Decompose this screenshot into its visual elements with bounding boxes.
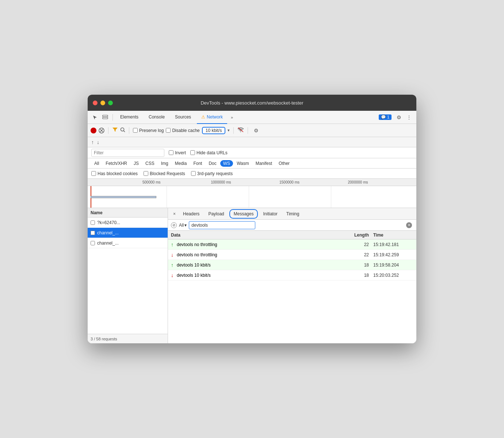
record-button[interactable] <box>91 128 96 133</box>
devtools-body: Elements Console Sources ⚠ Network » 💬 1… <box>88 111 416 343</box>
filter-doc[interactable]: Doc <box>206 160 219 167</box>
filter-icon[interactable] <box>112 127 118 133</box>
message-search-input[interactable] <box>189 221 255 229</box>
arrow-down-icon-4: ↓ <box>171 272 177 278</box>
svg-line-6 <box>124 131 125 132</box>
message-row-1[interactable]: ↑ devtools no throttling 22 15:19:42.181 <box>168 239 416 250</box>
tab-headers[interactable]: Headers <box>179 210 203 218</box>
search-icon[interactable] <box>120 127 125 133</box>
tab-elements[interactable]: Elements <box>116 111 143 124</box>
settings-icon[interactable]: ⚙ <box>394 113 403 122</box>
message-data-2: devtools no throttling <box>177 252 348 257</box>
toolbar-divider <box>112 114 113 121</box>
invert-label[interactable]: Invert <box>169 150 186 155</box>
toolbar-divider-3 <box>129 127 129 134</box>
requests-panel: Name ?k=62470... channel_... channel_... <box>88 208 168 343</box>
request-row-1[interactable]: ?k=62470... <box>88 218 168 228</box>
filter-css[interactable]: CSS <box>142 160 157 167</box>
more-tabs-button[interactable]: » <box>229 115 235 120</box>
request-row-3[interactable]: channel_... <box>88 238 168 248</box>
svg-point-7 <box>240 132 241 132</box>
has-blocked-cookies-label[interactable]: Has blocked cookies <box>91 171 138 176</box>
message-row-3[interactable]: ↑ devtools 10 kbit/s 18 15:19:58.204 <box>168 260 416 270</box>
third-party-requests-checkbox[interactable] <box>191 171 196 176</box>
message-length-1: 22 <box>348 242 373 247</box>
maximize-button[interactable] <box>108 101 113 105</box>
tab-messages[interactable]: Messages <box>229 209 258 219</box>
arrow-up-icon-3: ↑ <box>171 262 177 268</box>
grid-line-3 <box>331 186 331 208</box>
filter-wasm[interactable]: Wasm <box>234 160 252 167</box>
preserve-log-checkbox[interactable] <box>133 128 138 133</box>
tab-timing[interactable]: Timing <box>283 210 303 218</box>
invert-checkbox[interactable] <box>169 150 173 155</box>
message-row-2[interactable]: ↓ devtools no throttling 22 15:19:42.259 <box>168 250 416 260</box>
cursor-icon[interactable] <box>91 113 99 122</box>
tab-initiator[interactable]: Initiator <box>259 210 281 218</box>
message-filter-cancel[interactable]: ⊘ <box>171 222 177 228</box>
filter-fetch-xhr[interactable]: Fetch/XHR <box>103 160 130 167</box>
has-blocked-cookies-checkbox[interactable] <box>91 171 96 176</box>
timeline-label-1500k: 1500000 ms <box>279 180 348 184</box>
request-name-3: channel_... <box>97 241 119 246</box>
filter-img[interactable]: Img <box>158 160 171 167</box>
clear-button[interactable] <box>99 128 104 133</box>
timeline-area <box>88 186 416 208</box>
details-panel: × Headers Payload Messages Initiator Tim… <box>168 208 416 343</box>
hide-data-urls-label[interactable]: Hide data URLs <box>190 150 228 155</box>
svg-rect-0 <box>103 115 108 117</box>
filter-all[interactable]: All <box>91 160 102 167</box>
filter-js[interactable]: JS <box>131 160 142 167</box>
minimize-button[interactable] <box>100 101 105 105</box>
blocked-requests-label[interactable]: Blocked Requests <box>144 171 185 176</box>
request-checkbox-1[interactable] <box>91 220 95 225</box>
messages-table-header: Data Length Time <box>168 231 416 239</box>
timeline-label-1000k: 1000000 ms <box>211 180 280 184</box>
traffic-lights <box>93 101 113 105</box>
blocked-requests-checkbox[interactable] <box>144 171 148 176</box>
tab-payload[interactable]: Payload <box>205 210 228 218</box>
message-length-2: 22 <box>348 252 373 257</box>
filter-other[interactable]: Other <box>276 160 293 167</box>
more-options-icon[interactable]: ⋮ <box>405 113 413 122</box>
hide-data-urls-checkbox[interactable] <box>190 150 195 155</box>
toolbar-updown: ↑ ↓ <box>88 137 416 147</box>
download-icon[interactable]: ↓ <box>97 139 99 145</box>
request-checkbox-2[interactable] <box>91 231 95 235</box>
third-party-requests-label[interactable]: 3rd-party requests <box>191 171 233 176</box>
message-search-wrapper: ✕ <box>189 221 413 229</box>
requests-footer: 3 / 58 requests <box>88 334 168 343</box>
message-length-3: 18 <box>348 263 373 268</box>
network-settings-icon[interactable]: ⚙ <box>252 126 260 135</box>
details-tabs: × Headers Payload Messages Initiator Tim… <box>168 208 416 220</box>
tab-network[interactable]: ⚠ Network <box>197 111 227 124</box>
message-filter-select[interactable]: All ▾ <box>179 223 187 228</box>
layers-icon[interactable] <box>101 113 110 122</box>
disable-cache-checkbox[interactable] <box>166 128 171 133</box>
titlebar: DevTools - www.piesocket.com/websocket-t… <box>88 95 416 111</box>
network-conditions-icon[interactable] <box>237 127 244 133</box>
toolbar-divider-5 <box>248 127 248 134</box>
filter-font[interactable]: Font <box>190 160 205 167</box>
throttle-button[interactable]: 10 kbit/s <box>202 127 226 134</box>
tab-sources[interactable]: Sources <box>171 111 195 124</box>
preserve-log-label[interactable]: Preserve log <box>133 128 164 133</box>
filter-media[interactable]: Media <box>172 160 190 167</box>
timeline-label-500k: 500000 ms <box>124 180 211 184</box>
tab-console[interactable]: Console <box>144 111 169 124</box>
filter-input[interactable] <box>91 149 164 157</box>
main-content: Name ?k=62470... channel_... channel_... <box>88 208 416 343</box>
message-data-3: devtools 10 kbit/s <box>177 263 348 268</box>
upload-icon[interactable]: ↑ <box>91 139 94 145</box>
filter-ws[interactable]: WS <box>220 160 233 167</box>
disable-cache-label[interactable]: Disable cache <box>166 128 199 133</box>
throttle-dropdown[interactable]: ▾ <box>228 128 230 133</box>
close-button[interactable] <box>93 101 98 105</box>
message-search-clear[interactable]: ✕ <box>406 222 412 228</box>
request-row-2[interactable]: channel_... <box>88 228 168 238</box>
message-row-4[interactable]: ↓ devtools 10 kbit/s 18 15:20:03.252 <box>168 270 416 280</box>
close-details-button[interactable]: × <box>171 211 178 216</box>
request-checkbox-3[interactable] <box>91 241 95 245</box>
message-time-2: 15:19:42.259 <box>373 252 413 257</box>
filter-manifest[interactable]: Manifest <box>253 160 275 167</box>
